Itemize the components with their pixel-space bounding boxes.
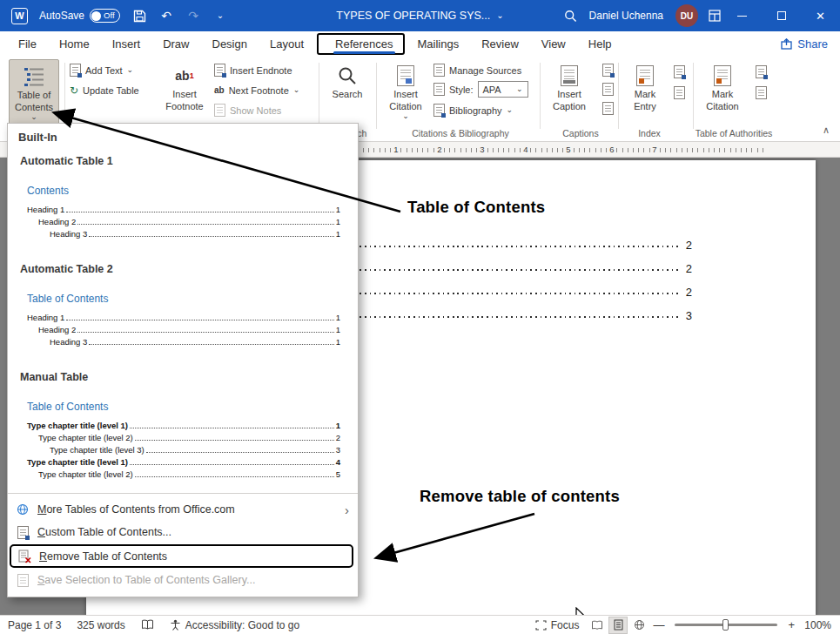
cross-reference-button[interactable] bbox=[597, 99, 618, 118]
ribbon-display-options-icon[interactable] bbox=[707, 8, 722, 24]
print-layout-button[interactable] bbox=[608, 617, 628, 634]
insert-caption-label-2: Caption bbox=[553, 101, 586, 112]
zoom-out-button[interactable]: — bbox=[649, 618, 668, 631]
update-table-button[interactable]: ↻ Update Table bbox=[70, 81, 139, 99]
zoom-level[interactable]: 100% bbox=[798, 619, 831, 631]
table-of-contents-icon bbox=[23, 64, 45, 89]
ribbon-tabs: File Home Insert Draw Design Layout Refe… bbox=[0, 31, 840, 56]
preview-entry: Type chapter title (level 2)2 bbox=[27, 430, 340, 442]
toc-gallery-manual[interactable]: Manual Table Table of Contents Type chap… bbox=[8, 361, 358, 493]
close-button[interactable]: ✕ bbox=[801, 0, 840, 31]
insert-table-of-figures-icon bbox=[602, 64, 614, 77]
toc-gallery-automatic-2[interactable]: Automatic Table 2 Table of Contents Head… bbox=[8, 253, 358, 361]
mark-citation-label-2: Citation bbox=[706, 101, 738, 112]
toc-page-number: 2 bbox=[686, 287, 692, 298]
style-select[interactable]: APA ⌄ bbox=[478, 81, 528, 98]
insert-endnote-label: Insert Endnote bbox=[230, 65, 292, 76]
maximize-button[interactable] bbox=[762, 0, 801, 31]
proofing-status-icon[interactable] bbox=[133, 616, 162, 634]
search-icon[interactable] bbox=[563, 8, 579, 24]
autosave-state: Off bbox=[104, 11, 115, 20]
update-citations-table-button[interactable] bbox=[750, 84, 771, 102]
update-table-of-figures-button[interactable] bbox=[597, 80, 618, 98]
collapse-ribbon-icon[interactable]: ∧ bbox=[823, 125, 830, 136]
tab-layout[interactable]: Layout bbox=[259, 33, 315, 55]
menu-item-custom-table-of-contents[interactable]: Custom Table of Contents... bbox=[8, 521, 358, 543]
tab-help[interactable]: Help bbox=[577, 33, 623, 55]
insert-index-button[interactable] bbox=[669, 63, 689, 81]
web-layout-button[interactable] bbox=[629, 617, 648, 634]
tab-insert[interactable]: Insert bbox=[101, 33, 152, 55]
dotted-leader bbox=[130, 464, 334, 465]
bibliography-button[interactable]: Bibliography ⌄ bbox=[433, 101, 513, 119]
manage-sources-button[interactable]: Manage Sources bbox=[433, 61, 521, 79]
save-icon[interactable] bbox=[131, 8, 147, 24]
insert-citation-button[interactable]: Insert Citation ⌄ bbox=[381, 59, 430, 125]
next-footnote-button[interactable]: ab Next Footnote ⌄ bbox=[214, 81, 299, 99]
preview-entry: Heading 11 bbox=[27, 202, 340, 214]
minimize-button[interactable] bbox=[722, 0, 762, 31]
tab-design[interactable]: Design bbox=[201, 33, 259, 55]
ruler-number: 7 bbox=[650, 145, 658, 154]
gallery-preview-title: Contents bbox=[27, 185, 340, 197]
insert-footnote-label-1: Insert bbox=[172, 89, 197, 100]
table-of-contents-button[interactable]: Table of Contents ⌄ bbox=[9, 59, 59, 125]
search-button-label: Search bbox=[333, 89, 363, 100]
ruler-number: 5 bbox=[564, 145, 572, 154]
gallery-preview: Table of Contents Heading 11 Heading 21 … bbox=[20, 275, 346, 347]
mouse-cursor bbox=[575, 607, 588, 615]
autosave-toggle[interactable]: AutoSave Off bbox=[39, 9, 120, 23]
insert-citation-chevron-icon: ⌄ bbox=[402, 113, 409, 119]
update-index-button[interactable] bbox=[669, 84, 689, 102]
tab-references[interactable]: References bbox=[326, 35, 402, 53]
mark-citation-button[interactable]: Mark Citation bbox=[698, 59, 747, 125]
statusbar-right: Focus — + 100% bbox=[528, 616, 840, 634]
tab-draw[interactable]: Draw bbox=[151, 33, 200, 55]
insert-table-of-authorities-button[interactable] bbox=[750, 63, 771, 81]
minimize-icon bbox=[737, 16, 747, 17]
zoom-slider[interactable] bbox=[675, 624, 777, 626]
dotted-leader bbox=[66, 212, 333, 212]
word-count[interactable]: 325 words bbox=[69, 616, 132, 634]
zoom-in-button[interactable]: + bbox=[784, 618, 798, 631]
insert-table-of-figures-button[interactable] bbox=[597, 61, 618, 79]
mark-citation-icon bbox=[714, 64, 731, 88]
dotted-leader bbox=[146, 452, 334, 453]
close-icon: ✕ bbox=[816, 10, 825, 23]
toc-gallery-automatic-1[interactable]: Automatic Table 1 Contents Heading 11 He… bbox=[8, 145, 358, 253]
insert-citation-label-1: Insert bbox=[393, 89, 418, 100]
update-table-of-figures-icon bbox=[602, 83, 614, 96]
add-text-button[interactable]: Add Text ⌄ bbox=[70, 61, 133, 79]
read-mode-button[interactable] bbox=[588, 617, 607, 634]
bibliography-label: Bibliography bbox=[449, 105, 502, 116]
insert-caption-button[interactable]: Insert Caption bbox=[545, 59, 594, 125]
insert-footnote-button[interactable]: ab1 Insert Footnote bbox=[160, 59, 209, 125]
tab-home[interactable]: Home bbox=[48, 33, 101, 55]
search-button[interactable]: Search bbox=[324, 59, 371, 125]
focus-button[interactable]: Focus bbox=[528, 616, 588, 634]
tab-file[interactable]: File bbox=[7, 33, 48, 55]
dotted-leader bbox=[77, 224, 333, 225]
document-title[interactable]: TYPES OF OPERATING SYS... ⌄ bbox=[336, 0, 503, 31]
insert-endnote-button[interactable]: Insert Endnote bbox=[214, 61, 292, 79]
tab-view[interactable]: View bbox=[530, 33, 577, 55]
zoom-slider-thumb[interactable] bbox=[722, 619, 729, 631]
autosave-switch[interactable]: Off bbox=[90, 9, 120, 23]
tab-review[interactable]: Review bbox=[470, 33, 530, 55]
custom-toc-icon bbox=[16, 526, 30, 539]
mark-entry-button[interactable]: Mark Entry bbox=[623, 59, 667, 125]
user-avatar[interactable]: DU bbox=[675, 4, 698, 27]
user-name[interactable]: Daniel Uchenna bbox=[589, 10, 663, 22]
annotation-remove-table-of-contents: Remove table of contents bbox=[420, 487, 620, 506]
page-indicator[interactable]: Page 1 of 3 bbox=[0, 616, 69, 634]
group-separator bbox=[540, 63, 541, 129]
accessibility-status[interactable]: Accessibility: Good to go bbox=[162, 616, 307, 634]
customize-qat-chevron-icon[interactable]: ⌄ bbox=[212, 8, 228, 24]
undo-icon[interactable]: ↶ bbox=[158, 8, 174, 24]
share-button[interactable]: Share bbox=[781, 37, 828, 51]
mark-entry-label-2: Entry bbox=[634, 101, 656, 112]
tab-mailings[interactable]: Mailings bbox=[407, 33, 471, 55]
menu-item-remove-table-of-contents[interactable]: Remove Table of Contents bbox=[10, 544, 353, 568]
focus-icon bbox=[535, 620, 547, 631]
menu-item-more-tables-from-office[interactable]: More Tables of Contents from Office.com … bbox=[8, 498, 358, 521]
